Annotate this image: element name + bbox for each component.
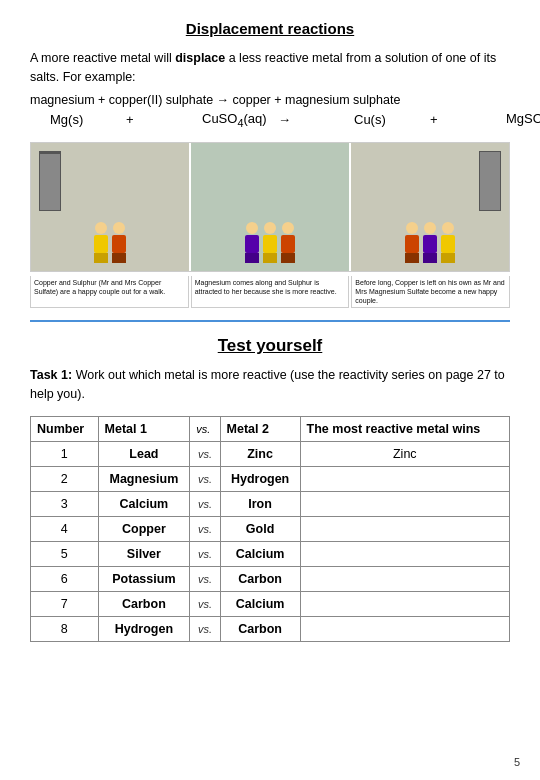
cell-vs: vs. xyxy=(190,591,220,616)
cell-metal1: Hydrogen xyxy=(98,616,190,641)
col-metal2: Metal 2 xyxy=(220,416,300,441)
cell-winner xyxy=(300,516,509,541)
cell-metal2: Iron xyxy=(220,491,300,516)
cell-number: 5 xyxy=(31,541,99,566)
cell-vs: vs. xyxy=(190,516,220,541)
equation-symbols: Mg(s) + CuSO4(aq) → Cu(s) + MgSO4(aq) xyxy=(50,111,510,129)
cell-metal1: Copper xyxy=(98,516,190,541)
cell-metal1: Potassium xyxy=(98,566,190,591)
cell-number: 2 xyxy=(31,466,99,491)
cell-vs: vs. xyxy=(190,541,220,566)
task-description: Task 1: Work out which metal is more rea… xyxy=(30,366,510,404)
table-row: 8Hydrogenvs.Carbon xyxy=(31,616,510,641)
eq-plus1: + xyxy=(126,112,196,127)
cell-winner xyxy=(300,541,509,566)
page-title: Displacement reactions xyxy=(30,20,510,37)
cell-metal1: Magnesium xyxy=(98,466,190,491)
caption-strip: Copper and Sulphur (Mr and Mrs Copper Su… xyxy=(30,276,510,308)
eq-mgso4: MgSO4(aq) xyxy=(506,111,540,129)
table-row: 3Calciumvs.Iron xyxy=(31,491,510,516)
cell-number: 4 xyxy=(31,516,99,541)
col-metal1: Metal 1 xyxy=(98,416,190,441)
eq-cu: Cu(s) xyxy=(354,112,424,127)
cell-metal2: Gold xyxy=(220,516,300,541)
cell-vs: vs. xyxy=(190,616,220,641)
cell-winner xyxy=(300,491,509,516)
cell-vs: vs. xyxy=(190,491,220,516)
cell-winner xyxy=(300,591,509,616)
cell-metal1: Silver xyxy=(98,541,190,566)
caption-2: Magnesium comes along and Sulphur is att… xyxy=(191,276,350,308)
cell-metal2: Carbon xyxy=(220,616,300,641)
page-number: 5 xyxy=(514,756,520,768)
cell-winner xyxy=(300,566,509,591)
caption-3: Before long, Copper is left on his own a… xyxy=(351,276,510,308)
intro-paragraph: A more reactive metal will displace a le… xyxy=(30,49,510,87)
cell-metal1: Carbon xyxy=(98,591,190,616)
table-header-row: Number Metal 1 vs. Metal 2 The most reac… xyxy=(31,416,510,441)
reactions-table: Number Metal 1 vs. Metal 2 The most reac… xyxy=(30,416,510,642)
image-strip xyxy=(30,142,510,272)
section-divider xyxy=(30,320,510,322)
cell-metal2: Carbon xyxy=(220,566,300,591)
image-panel-2 xyxy=(191,143,349,271)
cell-number: 1 xyxy=(31,441,99,466)
table-row: 4Coppervs.Gold xyxy=(31,516,510,541)
eq-cuso4: CuSO4(aq) xyxy=(202,111,272,129)
section-title: Test yourself xyxy=(30,336,510,356)
cell-metal2: Calcium xyxy=(220,541,300,566)
table-row: 5Silvervs.Calcium xyxy=(31,541,510,566)
cell-vs: vs. xyxy=(190,566,220,591)
table-row: 6Potassiumvs.Carbon xyxy=(31,566,510,591)
cell-vs: vs. xyxy=(190,466,220,491)
caption-1: Copper and Sulphur (Mr and Mrs Copper Su… xyxy=(30,276,189,308)
task-label: Task 1: xyxy=(30,368,72,382)
cell-metal1: Calcium xyxy=(98,491,190,516)
cell-metal2: Calcium xyxy=(220,591,300,616)
cell-vs: vs. xyxy=(190,441,220,466)
table-row: 7Carbonvs.Calcium xyxy=(31,591,510,616)
cell-number: 3 xyxy=(31,491,99,516)
cell-number: 6 xyxy=(31,566,99,591)
image-panel-3 xyxy=(351,143,509,271)
image-panel-1 xyxy=(31,143,189,271)
cell-winner xyxy=(300,466,509,491)
equation-text: magnesium + copper(II) sulphate → copper… xyxy=(30,93,510,107)
table-row: 2Magnesiumvs.Hydrogen xyxy=(31,466,510,491)
col-number: Number xyxy=(31,416,99,441)
cell-winner xyxy=(300,616,509,641)
eq-plus2: + xyxy=(430,112,500,127)
eq-arrow: → xyxy=(278,112,348,127)
intro-bold: displace xyxy=(175,51,225,65)
cell-number: 7 xyxy=(31,591,99,616)
intro-text-before: A more reactive metal will xyxy=(30,51,175,65)
cell-number: 8 xyxy=(31,616,99,641)
cell-metal2: Zinc xyxy=(220,441,300,466)
col-vs: vs. xyxy=(190,416,220,441)
cell-metal2: Hydrogen xyxy=(220,466,300,491)
table-row: 1Leadvs.ZincZinc xyxy=(31,441,510,466)
task-body: Work out which metal is more reactive (u… xyxy=(30,368,505,401)
eq-mg: Mg(s) xyxy=(50,112,120,127)
cell-winner: Zinc xyxy=(300,441,509,466)
col-winner: The most reactive metal wins xyxy=(300,416,509,441)
cell-metal1: Lead xyxy=(98,441,190,466)
